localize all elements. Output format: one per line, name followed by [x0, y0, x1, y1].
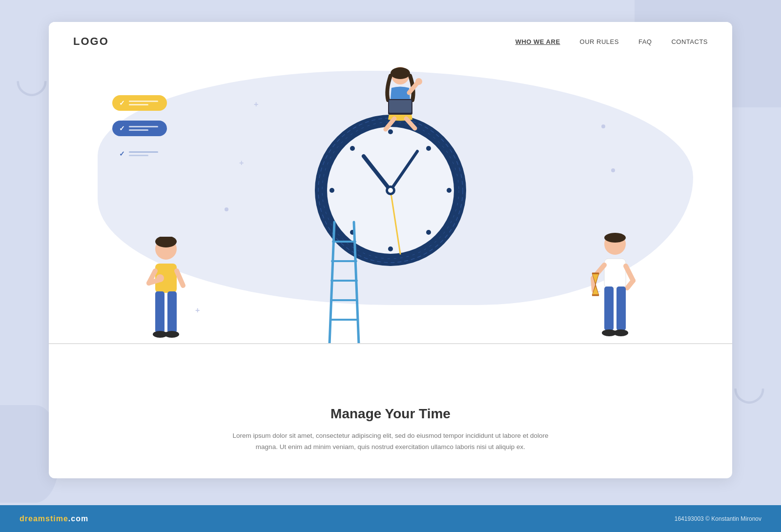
- nav-faq[interactable]: FAQ: [638, 38, 652, 45]
- check-lines-3: [129, 151, 158, 156]
- main-title: Manage Your Time: [330, 406, 451, 422]
- svg-point-42: [415, 78, 422, 85]
- main-card: LOGO WHO WE ARE OUR RULES FAQ CONTACTS +…: [49, 22, 732, 478]
- deco-plus-3: +: [195, 306, 200, 315]
- check-item-3: ✓: [112, 146, 167, 162]
- svg-point-6: [447, 188, 452, 193]
- ground-line: [49, 343, 732, 344]
- check-lines-2: [129, 126, 158, 131]
- nav-links: WHO WE ARE OUR RULES FAQ CONTACTS: [515, 38, 708, 45]
- footer-info: 164193003 © Konstantin Mironov: [675, 515, 761, 522]
- watermark-right: ◡: [732, 366, 766, 405]
- check-line-long-3: [129, 151, 158, 153]
- person-left-svg: [142, 237, 190, 344]
- svg-point-33: [164, 331, 179, 338]
- svg-point-16: [388, 188, 393, 193]
- svg-point-36: [390, 67, 410, 79]
- svg-point-11: [350, 146, 355, 151]
- svg-rect-30: [155, 291, 164, 333]
- check-line-long-2: [129, 126, 158, 127]
- person-right: [588, 232, 642, 344]
- svg-point-10: [329, 188, 334, 193]
- check-line-short-3: [129, 155, 148, 156]
- footer-logo-dot: .com: [68, 514, 88, 523]
- check-line-long-1: [129, 101, 158, 102]
- person-left: [142, 237, 190, 344]
- svg-point-53: [614, 329, 628, 336]
- check-icon-3: ✓: [119, 150, 125, 158]
- person-top: [376, 66, 425, 129]
- svg-point-8: [388, 246, 393, 251]
- check-line-short-2: [129, 129, 148, 131]
- nav-our-rules[interactable]: OUR RULES: [580, 38, 619, 45]
- svg-rect-40: [389, 100, 411, 113]
- svg-line-49: [627, 281, 633, 288]
- deco-dot-2: [601, 124, 605, 128]
- footer-bar: dreamstime.com 164193003 © Konstantin Mi…: [0, 505, 781, 532]
- deco-dot-3: [611, 168, 615, 172]
- footer-logo-text: dreamstime: [20, 514, 68, 523]
- check-lines-1: [129, 101, 158, 105]
- deco-plus-2: +: [239, 159, 244, 167]
- watermark-left: ◡: [15, 59, 49, 98]
- svg-line-18: [354, 222, 359, 344]
- svg-line-37: [386, 119, 394, 129]
- svg-rect-45: [604, 259, 626, 288]
- text-section: Manage Your Time Lorem ipsum dolor sit a…: [49, 381, 732, 478]
- checklist: ✓ ✓ ✓: [112, 95, 167, 162]
- svg-rect-31: [167, 291, 177, 333]
- check-item-2: ✓: [112, 121, 167, 136]
- person-top-svg: [376, 66, 425, 134]
- check-item-1: ✓: [112, 95, 167, 111]
- check-icon-1: ✓: [119, 99, 125, 107]
- ladder: [327, 217, 366, 344]
- svg-rect-51: [617, 286, 626, 330]
- deco-plus-1: +: [254, 100, 258, 109]
- main-subtitle: Lorem ipsum dolor sit amet, consectetur …: [225, 430, 556, 453]
- navigation: LOGO WHO WE ARE OUR RULES FAQ CONTACTS: [49, 22, 732, 61]
- deco-dot-1: [225, 207, 228, 211]
- svg-point-5: [426, 146, 431, 151]
- svg-line-29: [177, 271, 183, 286]
- svg-point-7: [426, 230, 431, 235]
- svg-point-44: [604, 233, 626, 243]
- svg-point-34: [156, 274, 164, 282]
- check-icon-2: ✓: [119, 124, 125, 132]
- hero-area: + + ~ + ✓ ✓ ✓: [49, 61, 732, 344]
- footer-logo: dreamstime.com: [20, 514, 88, 523]
- check-line-short-1: [129, 104, 148, 105]
- nav-who-we-are[interactable]: WHO WE ARE: [515, 38, 560, 45]
- nav-contacts[interactable]: CONTACTS: [671, 38, 708, 45]
- svg-line-48: [626, 266, 633, 281]
- svg-rect-50: [604, 286, 614, 330]
- svg-line-38: [406, 119, 415, 128]
- svg-line-17: [329, 222, 334, 344]
- ladder-svg: [327, 217, 366, 344]
- person-right-svg: [588, 232, 642, 344]
- logo: LOGO: [73, 35, 109, 48]
